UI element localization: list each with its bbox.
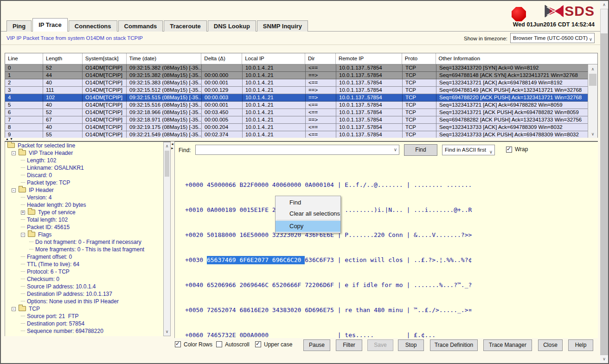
hex-group[interactable]: 6D696E75 xyxy=(305,306,337,314)
vertical-splitter[interactable] xyxy=(171,141,174,338)
tree-item[interactable]: -Flags xyxy=(5,231,163,238)
hex-group[interactable]: 40060000 xyxy=(272,181,305,189)
splitter-down-icon[interactable] xyxy=(10,137,13,140)
col-line[interactable]: Line xyxy=(5,53,43,64)
collapse-icon[interactable]: - xyxy=(12,188,16,192)
tab-connections[interactable]: Connections xyxy=(69,20,117,32)
hex-group[interactable]: 0A000189 xyxy=(207,206,239,214)
col-dir[interactable]: Dir xyxy=(305,53,336,64)
hex-group[interactable]: 6520666F xyxy=(272,281,305,289)
hex-group[interactable]: 45000066 xyxy=(207,181,239,189)
hex-line[interactable]: +0040652069662069646C6520666F72206D6F| e… xyxy=(185,281,472,289)
tree-item[interactable]: Source IP address: 10.0.1.4 xyxy=(5,283,163,290)
splitter-left-icon[interactable] xyxy=(171,142,174,146)
tab-traceroute[interactable]: Traceroute xyxy=(164,20,206,32)
hex-group[interactable]: 50188000 xyxy=(207,231,239,239)
hex-group-selected[interactable]: 6F6E2077 xyxy=(239,256,272,264)
hex-group[interactable]: 16E50000 xyxy=(239,231,272,239)
page-scrollbar-thumb[interactable] xyxy=(601,9,608,33)
hex-group-selected[interactable]: 696C6C20 xyxy=(272,256,305,264)
find-input[interactable] xyxy=(195,145,399,155)
hex-line[interactable]: +000045000066B22F0000400600000A000104| E… xyxy=(185,181,472,189)
tree-item[interactable]: -TCP xyxy=(5,305,163,313)
pause-button[interactable]: Pause xyxy=(303,339,330,351)
menu-item-find[interactable]: Find xyxy=(276,197,340,208)
hex-line[interactable]: +00507265207468616E20343830206D696E75| r… xyxy=(185,306,472,314)
hex-group[interactable]: 636C6F73 xyxy=(305,256,337,264)
splitter-up-icon[interactable] xyxy=(6,137,9,140)
hex-group[interactable]: 0015E1FE xyxy=(239,206,272,214)
tree-item[interactable]: -VIP Trace Header xyxy=(5,149,163,157)
tab-ping[interactable]: Ping xyxy=(6,20,32,32)
tree-item[interactable]: Total length: 102 xyxy=(5,216,163,224)
tree-item[interactable]: Version: 4 xyxy=(5,194,163,201)
tree-item[interactable]: Discard: 0 xyxy=(5,172,163,179)
hex-group[interactable]: 65206966 xyxy=(207,281,239,289)
table-scrollbar[interactable] xyxy=(588,65,597,138)
hex-group[interactable]: 2069646C xyxy=(239,281,272,289)
tab-snmp-inquiry[interactable]: SNMP Inquiry xyxy=(257,20,308,32)
tree-scrollbar-thumb[interactable] xyxy=(165,151,169,177)
tree-item[interactable]: TTL (Time to live): 64 xyxy=(5,261,163,268)
hex-group-selected[interactable]: 65637469 xyxy=(207,256,239,264)
packet-row[interactable]: 240O14DM[TCPIP]09:32:15.383 (08May15) [-… xyxy=(5,79,588,87)
scroll-down-icon[interactable] xyxy=(164,328,170,335)
find-mode-select[interactable]: Find in ASCII first xyxy=(442,145,495,155)
tree-item[interactable]: Options: None used in this IP Header xyxy=(5,298,163,305)
stop-button[interactable]: Stop xyxy=(398,339,424,351)
splitter-right-icon[interactable] xyxy=(171,147,174,150)
tree-item[interactable]: Destination IP address: 10.0.1.137 xyxy=(5,290,163,298)
stop-octagon-icon[interactable] xyxy=(512,7,526,21)
tree-item[interactable]: Packet ID: 45615 xyxy=(5,224,163,231)
hex-group[interactable]: 0A000104 xyxy=(305,181,337,189)
packet-row[interactable]: 3111O14DM[TCPIP]09:32:15.512 (08May15) [… xyxy=(5,87,588,94)
scroll-up-icon[interactable] xyxy=(164,143,170,150)
autoscroll-checkbox[interactable] xyxy=(216,341,222,347)
packet-row[interactable]: 144O14DM[TCPIP]09:32:15.382 (08May15) [-… xyxy=(5,72,588,79)
tree-item[interactable]: Sequence number: 694788220 xyxy=(5,327,163,335)
hex-line-selected[interactable]: +0030656374696F6E2077696C6C20636C6F73| e… xyxy=(185,256,472,264)
table-scrollbar-thumb[interactable] xyxy=(589,74,596,86)
trace-manager-button[interactable]: Trace Manager xyxy=(483,339,532,351)
scroll-down-icon[interactable] xyxy=(589,130,597,138)
packet-row-selected[interactable]: 4102O14DM[TCPIP]09:32:15.515 (08May15) [… xyxy=(5,94,588,102)
tree-item[interactable]: Do not fragment: 0 - Fragment if necessa… xyxy=(5,238,163,246)
timezone-select[interactable]: Browser Time (UTC-0500 CDT) xyxy=(510,33,595,43)
col-other-info[interactable]: Other Information xyxy=(436,53,597,64)
packet-row[interactable]: 652O14DM[TCPIP]09:32:18.966 (08May15) [-… xyxy=(5,109,588,116)
menu-item-clear-all-selections[interactable]: Clear all selections xyxy=(276,208,340,219)
tree-item[interactable]: Length: 102 xyxy=(5,157,163,164)
tree-item[interactable]: Protocol: 6 - TCP xyxy=(5,268,163,275)
col-delta[interactable]: Delta (Δ) xyxy=(201,53,242,64)
tree-item[interactable]: Fragment offset: 0 xyxy=(5,253,163,261)
packet-row[interactable]: 540O14DM[TCPIP]09:32:15.516 (08May15) [-… xyxy=(5,102,588,109)
tab-commands[interactable]: Commands xyxy=(118,20,163,32)
packet-row[interactable]: 052O14DM[TCPIP]09:32:15.382 (08May15) [-… xyxy=(5,64,588,72)
hex-group[interactable]: 72206D6F xyxy=(305,281,337,289)
col-length[interactable]: Length xyxy=(43,53,83,64)
hex-group[interactable]: 0D0A0000 xyxy=(239,331,272,339)
close-button[interactable]: Close xyxy=(538,339,563,351)
tree-item[interactable]: Header length: 20 bytes xyxy=(5,201,163,209)
tree-item[interactable]: More fragments: 0 - This is the last fra… xyxy=(5,246,163,253)
wrap-checkbox[interactable] xyxy=(506,147,512,153)
col-local-ip[interactable]: Local IP xyxy=(242,53,305,64)
collapse-icon[interactable]: - xyxy=(12,307,16,311)
col-remote-ip[interactable]: Remote IP xyxy=(336,53,402,64)
hex-line[interactable]: +00607465732E0D0A0000| tes..... | £.¢... xyxy=(185,331,472,339)
packet-row[interactable]: 767O14DM[TCPIP]09:32:18.971 (08May15) [-… xyxy=(5,116,588,124)
expand-icon[interactable]: + xyxy=(21,211,25,215)
collapse-icon[interactable]: - xyxy=(12,151,16,155)
scroll-down-icon[interactable] xyxy=(600,355,608,363)
help-button[interactable]: Help xyxy=(568,339,593,351)
filter-button[interactable]: Filter xyxy=(336,339,362,351)
upper-case-checkbox[interactable] xyxy=(255,341,261,347)
tree-item[interactable]: Checksum: 0 xyxy=(5,275,163,283)
tree-item[interactable]: -IP Header xyxy=(5,186,163,194)
color-rows-checkbox[interactable] xyxy=(175,341,181,347)
hex-group[interactable]: B22F0000 xyxy=(239,181,272,189)
menu-item-copy[interactable]: Copy xyxy=(276,221,340,232)
tree-item[interactable]: Source port: 21 FTP xyxy=(5,313,163,320)
hex-group[interactable]: 34383020 xyxy=(272,306,305,314)
find-button[interactable]: Find xyxy=(404,144,437,156)
